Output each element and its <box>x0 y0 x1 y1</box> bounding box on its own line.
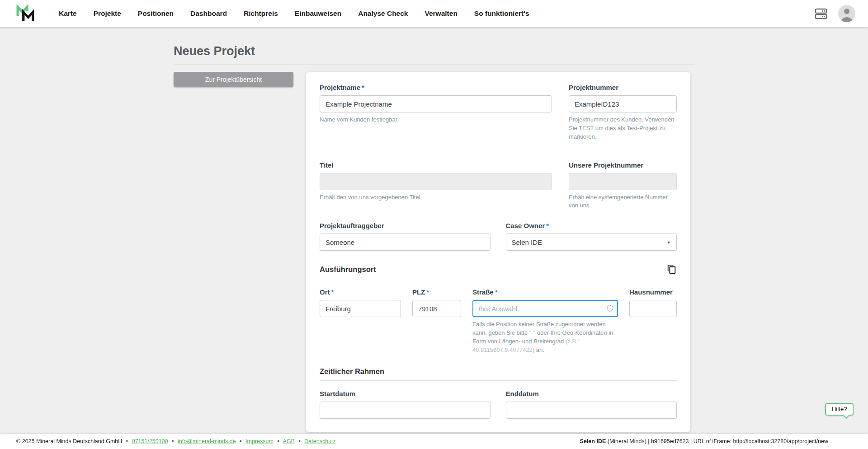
startdatum-label: Startdatum <box>320 390 491 398</box>
nav-item-positionen[interactable]: Positionen <box>138 9 174 18</box>
case-owner-selected-value: Selen IDE <box>512 239 542 246</box>
enddatum-label: Enddatum <box>506 390 677 398</box>
avatar-icon <box>838 5 855 22</box>
field-titel: Titel Erhält den von uns vorgegebenen Ti… <box>320 161 552 202</box>
nav-item-analyse-check[interactable]: Analyse Check <box>358 9 408 18</box>
help-button[interactable]: Hilfe? <box>825 403 854 416</box>
server-status-button[interactable] <box>815 8 827 20</box>
unsere-projektnummer-label: Unsere Projektnummer <box>569 161 677 169</box>
hausnummer-input[interactable] <box>629 300 677 317</box>
nav-item-so-funktionierts[interactable]: So funktioniert's <box>474 9 529 18</box>
titel-label: Titel <box>320 161 552 169</box>
nav-item-verwalten[interactable]: Verwalten <box>425 9 457 18</box>
project-form-card: Projektname* Name vom Kunden festlegbar … <box>306 72 690 432</box>
field-projektauftraggeber: Projektauftraggeber <box>320 222 491 251</box>
zur-projektuebersicht-button[interactable]: Zur Projektübersicht <box>174 72 293 87</box>
chevron-down-icon: ▼ <box>667 240 671 245</box>
right-column: Projektname* Name vom Kunden festlegbar … <box>306 72 694 449</box>
strasse-helper: Falls die Position keiner Straße zugeord… <box>472 320 618 354</box>
ort-label: Ort* <box>320 288 401 296</box>
help-button-label: Hilfe? <box>831 406 847 412</box>
field-case-owner: Case Owner* Selen IDE ▼ <box>506 222 677 251</box>
field-projektname: Projektname* Name vom Kunden festlegbar <box>320 84 552 124</box>
footer-separator: • <box>298 438 300 444</box>
ort-input[interactable] <box>320 300 401 317</box>
projektname-label: Projektname* <box>320 84 552 91</box>
section-divider <box>320 279 677 279</box>
projektname-helper: Name vom Kunden festlegbar <box>320 116 552 124</box>
footer-impressum-link[interactable]: Impressum <box>245 438 274 444</box>
unsere-projektnummer-input <box>569 173 677 190</box>
nav-item-projekte[interactable]: Projekte <box>94 9 121 18</box>
titel-input <box>320 173 552 190</box>
logo-m-icon <box>16 5 35 23</box>
required-asterisk: * <box>362 84 364 91</box>
projektnummer-input[interactable] <box>569 95 677 112</box>
footer-agb-link[interactable]: AGB <box>283 438 295 444</box>
strasse-input[interactable] <box>472 300 618 317</box>
nav-item-einbauweisen[interactable]: Einbauweisen <box>295 9 341 18</box>
unsere-projektnummer-helper: Erhält eine systemgenerierte Nummer von … <box>569 193 677 210</box>
footer-separator: • <box>277 438 279 444</box>
left-column: Zur Projektübersicht <box>174 72 306 87</box>
field-unsere-projektnummer: Unsere Projektnummer Erhält eine systemg… <box>569 161 677 210</box>
ausfuehrungsort-section-title: Ausführungsort <box>320 265 376 274</box>
nav-item-richtpreis[interactable]: Richtpreis <box>244 9 278 18</box>
mineral-minds-logo[interactable] <box>16 5 35 23</box>
enddatum-input[interactable] <box>506 402 677 419</box>
footer-separator: • <box>172 438 174 444</box>
field-strasse: Straße* Falls die Position keiner Straße… <box>472 288 618 354</box>
main-nav: Karte Projekte Positionen Dashboard Rich… <box>59 9 529 18</box>
footer-phone-link[interactable]: 07151/250100 <box>132 438 168 444</box>
nav-item-karte[interactable]: Karte <box>59 9 77 18</box>
plz-input[interactable] <box>412 300 461 317</box>
footer-separator: • <box>126 438 128 444</box>
footer-session-detail: (Mineral Minds) | b91695ed7623 | URL of … <box>606 438 828 444</box>
footer: © 2025 Mineral Minds Deutschland GmbH • … <box>0 434 868 449</box>
page-title: Neues Projekt <box>174 44 694 65</box>
footer-separator: • <box>240 438 241 444</box>
projektname-input[interactable] <box>320 95 552 112</box>
plz-label: PLZ* <box>412 288 461 296</box>
required-asterisk: * <box>331 288 334 296</box>
startdatum-input[interactable] <box>320 402 491 419</box>
field-plz: PLZ* <box>412 288 461 317</box>
projektauftraggeber-label: Projektauftraggeber <box>320 222 491 229</box>
footer-session-info: Selen IDE (Mineral Minds) | b91695ed7623… <box>580 438 828 444</box>
field-ort: Ort* <box>320 288 401 317</box>
main-content: Neues Projekt Zur Projektübersicht Proje… <box>174 44 694 449</box>
projektnummer-helper: Projektnummer des Kunden. Verwenden Sie … <box>569 116 677 141</box>
field-hausnummer: Hausnummer <box>629 288 677 317</box>
top-navbar: Karte Projekte Positionen Dashboard Rich… <box>0 0 868 27</box>
footer-left: © 2025 Mineral Minds Deutschland GmbH • … <box>16 438 336 444</box>
nav-item-dashboard[interactable]: Dashboard <box>190 9 227 18</box>
case-owner-label: Case Owner* <box>506 222 677 229</box>
footer-copyright: © 2025 Mineral Minds Deutschland GmbH <box>16 438 122 444</box>
footer-datenschutz-link[interactable]: Datenschutz <box>304 438 335 444</box>
section-divider <box>320 380 677 381</box>
copy-icon <box>667 264 677 274</box>
hausnummer-label: Hausnummer <box>629 288 677 296</box>
strasse-label: Straße* <box>472 288 618 296</box>
server-icon <box>815 8 827 20</box>
footer-email-link[interactable]: info@mineral-minds.de <box>178 438 236 444</box>
footer-session-user: Selen IDE <box>580 438 606 444</box>
required-asterisk: * <box>546 222 549 229</box>
zeitlicher-rahmen-section-title: Zeitlicher Rahmen <box>320 367 384 376</box>
field-enddatum: Enddatum <box>506 390 677 419</box>
required-asterisk: * <box>495 288 498 296</box>
titel-helper: Erhält den von uns vorgegebenen Titel. <box>320 193 552 202</box>
field-projektnummer: Projektnummer Projektnummer des Kunden. … <box>569 84 677 141</box>
field-startdatum: Startdatum <box>320 390 491 419</box>
navbar-right <box>815 5 855 22</box>
required-asterisk: * <box>426 288 429 296</box>
case-owner-select[interactable]: Selen IDE ▼ <box>506 234 677 251</box>
user-avatar-button[interactable] <box>838 5 855 22</box>
projektnummer-label: Projektnummer <box>569 84 677 91</box>
speech-bubble-tail <box>843 412 849 419</box>
copy-address-button[interactable] <box>667 264 677 274</box>
projektauftraggeber-input[interactable] <box>320 234 491 251</box>
